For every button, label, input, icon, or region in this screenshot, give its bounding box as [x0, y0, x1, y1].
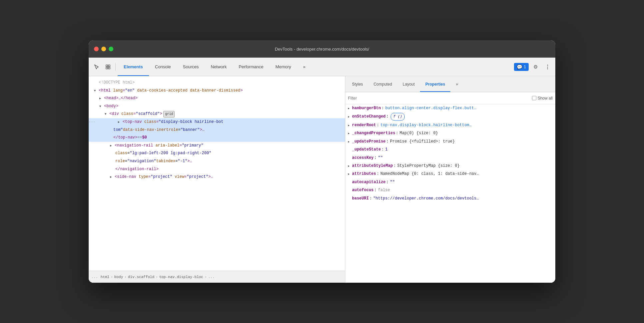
prop-triangle-onStateChanged[interactable]: [348, 115, 352, 119]
window-title: DevTools - developer.chrome.com/docs/dev…: [275, 47, 369, 52]
cursor-icon: [94, 64, 99, 70]
nav-rail-close-tag: </navigation-rail>: [115, 166, 159, 173]
tab-sources[interactable]: Sources: [177, 58, 205, 76]
tab-memory[interactable]: Memory: [269, 58, 297, 76]
nav-rail-class: class: [115, 150, 127, 157]
elements-tree[interactable]: <!DOCTYPE html> <html lang="en" data-coo…: [89, 76, 345, 271]
prop-row-autocapitalize: autocapitalize : "": [345, 178, 555, 186]
html-triangle[interactable]: [94, 88, 99, 94]
breadcrumb-html[interactable]: html: [101, 275, 109, 279]
svg-rect-2: [106, 67, 108, 69]
more-vert-icon: ⋮: [545, 64, 550, 70]
cursor-icon-btn[interactable]: [91, 62, 102, 72]
inspect-icon-btn[interactable]: [103, 62, 113, 72]
fullscreen-button[interactable]: [109, 47, 113, 51]
traffic-lights: [94, 47, 113, 51]
equals-dollar: ==: [137, 134, 142, 142]
nav-rail-triangle[interactable]: [110, 143, 115, 149]
elements-panel: <!DOCTYPE html> <html lang="en" data-coo…: [89, 76, 345, 283]
nav-rail-close-line: </navigation-rail>: [89, 165, 345, 173]
prop-val-autofocus: false: [378, 187, 390, 193]
prop-row-hamburgerBtn: hamburgerBtn : button.align-center.displ…: [345, 104, 555, 112]
settings-btn[interactable]: ⚙: [530, 62, 541, 72]
prop-val-attributeStyleMap: StylePropertyMap {size: 0}: [397, 162, 460, 169]
side-nav-tag: <side-nav type="project" view="project">…: [115, 173, 213, 181]
tab-elements[interactable]: Elements: [118, 58, 149, 76]
prop-key-attributes: attributes: [352, 170, 376, 177]
prop-triangle-changedProperties[interactable]: [348, 131, 352, 136]
tab-network[interactable]: Network: [205, 58, 233, 76]
top-nav-close-tag: </top-nav>: [113, 134, 137, 142]
doctype-text: <!DOCTYPE html>: [99, 79, 135, 87]
div-scaffold-line: <div class="scaffold"> grid: [89, 110, 345, 118]
top-nav-open-line[interactable]: ··· <top-nav class="display-block hairli…: [89, 118, 345, 126]
prop-val-updatePromise: Promise {<fulfilled>: true}: [390, 138, 455, 145]
div-scaffold-tag: <div class="scaffold">: [109, 111, 162, 118]
sub-tab-computed[interactable]: Computed: [368, 76, 397, 92]
inspect-icon: [105, 64, 111, 70]
prop-row-autofocus: autofocus : false: [345, 186, 555, 194]
sub-tab-properties[interactable]: Properties: [420, 76, 450, 92]
breadcrumb-body[interactable]: body: [114, 275, 123, 279]
prop-triangle-attributeStyleMap[interactable]: [348, 164, 352, 168]
side-nav-triangle[interactable]: [110, 174, 115, 180]
prop-row-onStateChanged: onStateChanged : f (): [345, 112, 555, 121]
breadcrumb-top-nav[interactable]: top-nav.display-bloc: [159, 275, 203, 279]
prop-val-renderRoot: top-nav.display-block.hairline-bottom…: [380, 122, 472, 129]
close-button[interactable]: [94, 47, 99, 51]
dots-indicator: ···: [89, 119, 95, 126]
sub-tab-layout[interactable]: Layout: [397, 76, 420, 92]
prop-triangle-attributes[interactable]: [348, 172, 352, 176]
sub-tab-more[interactable]: »: [450, 76, 463, 92]
breadcrumb-dots-start[interactable]: ...: [91, 275, 98, 279]
prop-key-changedProperties: _changedProperties: [352, 130, 395, 137]
sub-tab-styles[interactable]: Styles: [347, 76, 368, 92]
top-nav-close-line: </top-nav> == $0: [89, 134, 345, 142]
tab-performance[interactable]: Performance: [233, 58, 269, 76]
top-nav-class-continue: tom": [113, 127, 123, 134]
nav-rail-line2: class="lg:pad-left-200 lg:pad-right-200": [89, 150, 345, 158]
prop-key-updatePromise: _updatePromise: [352, 138, 386, 145]
prop-triangle-updatePromise[interactable]: [348, 140, 352, 144]
html-line: <html lang="en" data-cookies-accepted da…: [89, 87, 345, 95]
show-all-checkbox[interactable]: [532, 96, 536, 100]
prop-key-renderRoot: renderRoot: [352, 122, 376, 129]
devtools-window: DevTools - developer.chrome.com/docs/dev…: [89, 40, 555, 283]
props-list[interactable]: hamburgerBtn : button.align-center.displ…: [345, 104, 555, 283]
prop-val-attributes: NamedNodeMap {0: class, 1: data-side-nav…: [380, 170, 479, 177]
prop-val-baseURI: "https://developer.chrome.com/docs/devto…: [373, 195, 479, 202]
sub-tabs: Styles Computed Layout Properties »: [345, 76, 555, 92]
prop-row-updateState: _updateState : 1: [345, 146, 555, 154]
prop-key-autofocus: autofocus: [352, 187, 374, 193]
body-tag: <body>: [104, 103, 118, 110]
head-triangle[interactable]: [99, 96, 104, 101]
devtools-container: Elements Console Sources Network Perform…: [89, 58, 555, 283]
console-badge-btn[interactable]: 💬 1: [514, 63, 529, 71]
prop-key-attributeStyleMap: attributeStyleMap: [352, 162, 393, 169]
body-triangle[interactable]: [99, 104, 104, 109]
breadcrumb-dots-end[interactable]: ...: [208, 275, 215, 279]
filter-input[interactable]: [348, 96, 529, 101]
prop-triangle-renderRoot[interactable]: [348, 123, 352, 128]
prop-triangle-hamburgerBtn[interactable]: [348, 106, 352, 111]
prop-val-accessKey: "": [378, 155, 383, 161]
func-badge-onStateChanged: f (): [391, 113, 405, 121]
breadcrumb-div-scaffold[interactable]: div.scaffold: [128, 275, 154, 279]
main-tabs: Elements Console Sources Network Perform…: [118, 58, 312, 76]
show-all-label[interactable]: Show all: [532, 96, 553, 101]
prop-row-attributes: attributes : NamedNodeMap {0: class, 1: …: [345, 170, 555, 178]
minimize-button[interactable]: [101, 47, 106, 51]
body-line: <body>: [89, 103, 345, 111]
tab-console[interactable]: Console: [149, 58, 177, 76]
top-nav-open-line2: tom" data-side-nav-inert role="banner">…: [89, 126, 345, 134]
tab-more[interactable]: »: [297, 58, 311, 76]
prop-key-baseURI: baseURI: [352, 195, 369, 202]
main-toolbar: Elements Console Sources Network Perform…: [89, 58, 555, 76]
prop-row-attributeStyleMap: attributeStyleMap : StylePropertyMap {si…: [345, 162, 555, 170]
prop-row-updatePromise: _updatePromise : Promise {<fulfilled>: t…: [345, 138, 555, 146]
svg-rect-1: [108, 65, 110, 67]
div-scaffold-triangle[interactable]: [105, 112, 109, 117]
head-line: <head>…</head>: [89, 95, 345, 103]
more-options-btn[interactable]: ⋮: [542, 62, 553, 72]
top-nav-triangle[interactable]: [118, 120, 123, 125]
